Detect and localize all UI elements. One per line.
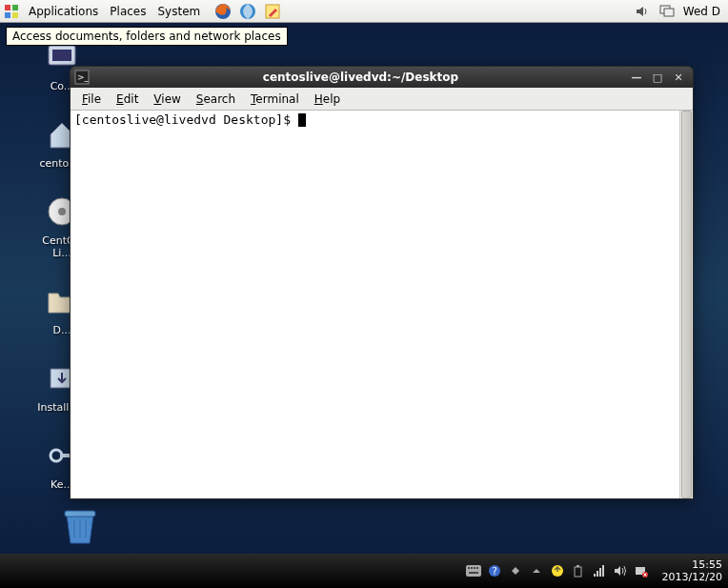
svg-rect-22 [474, 567, 475, 569]
close-button[interactable]: ✕ [670, 70, 687, 85]
terminal-prompt: [centoslive@livedvd Desktop]$ [74, 112, 298, 127]
menu-file[interactable]: File [74, 91, 109, 108]
svg-rect-16 [65, 511, 95, 517]
terminal-cursor [298, 113, 306, 127]
keyboard-icon[interactable] [466, 563, 481, 578]
top-clock[interactable]: Wed D [683, 5, 724, 18]
firefox-icon[interactable] [213, 2, 233, 21]
bottom-clock[interactable]: 15:55 2013/12/20 [655, 558, 722, 583]
terminal-body: [centoslive@livedvd Desktop]$ [71, 111, 693, 498]
terminal-icon: >_ [74, 70, 90, 85]
scrollbar[interactable] [679, 111, 693, 498]
svg-rect-1 [12, 5, 18, 10]
bottom-panel: ? 15:55 2013/12/20 [0, 554, 728, 588]
window-title: centoslive@livedvd:~/Desktop [93, 71, 628, 84]
launcher-icons [213, 2, 282, 21]
menu-system[interactable]: System [152, 3, 206, 20]
svg-text:>_: >_ [77, 72, 90, 82]
svg-rect-0 [5, 5, 10, 10]
svg-rect-3 [12, 12, 18, 18]
svg-point-12 [58, 208, 66, 215]
volume-icon[interactable] [634, 3, 651, 20]
svg-rect-32 [599, 568, 601, 577]
signal-icon[interactable] [592, 563, 607, 578]
trash-icon[interactable] [57, 505, 103, 550]
svg-rect-19 [466, 565, 481, 577]
svg-rect-30 [594, 574, 596, 577]
terminal-content[interactable]: [centoslive@livedvd Desktop]$ [71, 111, 679, 498]
help-icon[interactable]: ? [487, 563, 502, 578]
clock-time: 15:55 [662, 558, 722, 571]
update-icon[interactable] [550, 563, 565, 578]
scrollbar-thumb[interactable] [681, 111, 692, 498]
svg-rect-23 [476, 567, 478, 569]
menu-terminal[interactable]: Terminal [243, 91, 307, 108]
arrow-up-icon[interactable] [529, 563, 544, 578]
menu-help[interactable]: Help [307, 91, 348, 108]
clock-date: 2013/12/20 [662, 571, 722, 583]
places-tooltip: Access documents, folders and network pl… [6, 27, 288, 46]
browser-icon[interactable] [238, 2, 257, 21]
svg-rect-29 [576, 565, 579, 567]
system-tray: ? 15:55 2013/12/20 [466, 558, 722, 583]
display-icon[interactable] [658, 3, 676, 20]
svg-text:?: ? [492, 566, 496, 577]
svg-rect-33 [602, 565, 604, 577]
editor-icon[interactable] [263, 2, 282, 21]
svg-rect-31 [597, 571, 598, 577]
maximize-button[interactable]: □ [649, 70, 666, 85]
menu-search[interactable]: Search [189, 91, 243, 108]
minimize-button[interactable]: — [628, 70, 645, 85]
svg-rect-2 [5, 12, 10, 18]
svg-rect-10 [52, 50, 71, 61]
menu-places[interactable]: Places [104, 3, 152, 20]
volume-tray-icon[interactable] [613, 563, 628, 578]
titlebar[interactable]: >_ centoslive@livedvd:~/Desktop — □ ✕ [71, 67, 693, 88]
menubar: File Edit View Search Terminal Help [71, 88, 693, 111]
svg-rect-20 [468, 567, 470, 569]
menu-applications[interactable]: Applications [23, 3, 104, 20]
svg-rect-24 [469, 572, 478, 574]
menu-edit[interactable]: Edit [109, 91, 146, 108]
svg-rect-21 [471, 567, 473, 569]
svg-rect-8 [664, 9, 674, 16]
terminal-window: >_ centoslive@livedvd:~/Desktop — □ ✕ Fi… [70, 66, 694, 499]
top-right-tray: Wed D [634, 3, 724, 20]
applications-icon [4, 4, 19, 19]
indicator-icon[interactable] [508, 563, 523, 578]
top-panel: Applications Places System Wed D [0, 0, 728, 23]
svg-rect-28 [575, 567, 581, 577]
network-blocked-icon[interactable] [634, 563, 649, 578]
window-controls: — □ ✕ [628, 70, 693, 85]
battery-icon[interactable] [571, 563, 586, 578]
menu-view[interactable]: View [146, 91, 188, 108]
